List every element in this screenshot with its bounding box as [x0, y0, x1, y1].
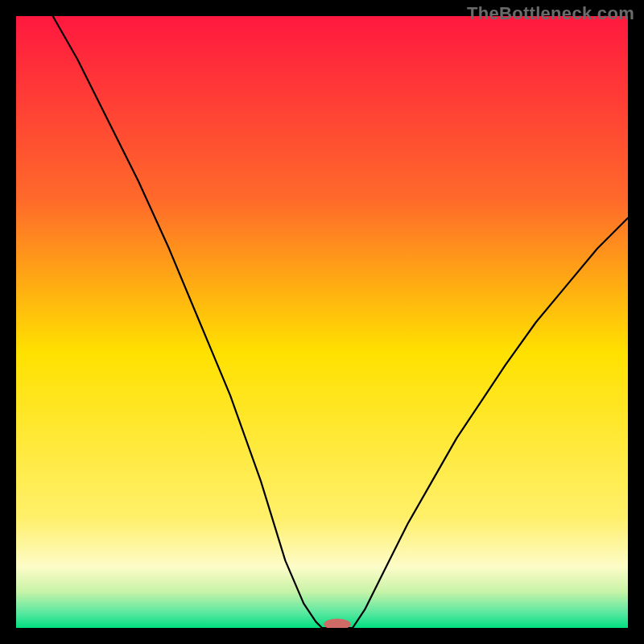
chart-frame: TheBottleneck.com	[0, 0, 644, 644]
plot-area	[16, 16, 628, 628]
chart-svg	[16, 16, 628, 628]
watermark-text: TheBottleneck.com	[467, 3, 634, 24]
